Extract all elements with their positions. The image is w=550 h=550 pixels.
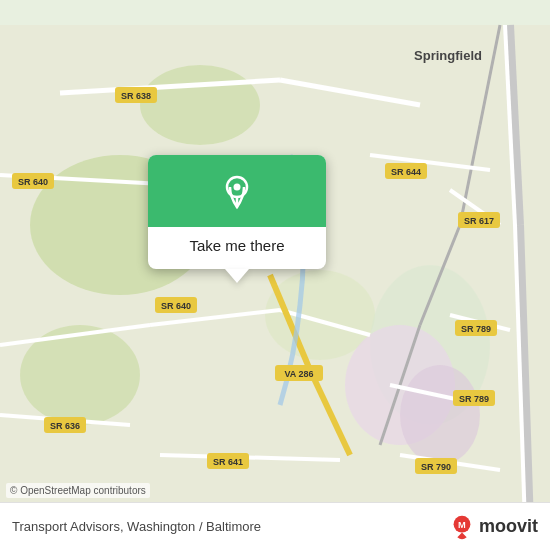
popup-body[interactable]: Take me there (148, 227, 326, 269)
popup-card[interactable]: Take me there (148, 155, 326, 269)
popup-pointer (225, 269, 249, 283)
map-container: SR 638 SR 640 SR 640 SR 644 SR 617 SR 63… (0, 0, 550, 550)
svg-text:SR 640: SR 640 (161, 301, 191, 311)
popup-header (148, 155, 326, 227)
svg-text:SR 638: SR 638 (121, 91, 151, 101)
svg-text:Springfield: Springfield (414, 48, 482, 63)
map-svg: SR 638 SR 640 SR 640 SR 644 SR 617 SR 63… (0, 0, 550, 550)
moovit-logo: M moovit (448, 513, 538, 541)
attribution: © OpenStreetMap contributors (6, 483, 150, 498)
transport-advisors-label: Transport Advisors, Washington / Baltimo… (12, 519, 261, 534)
attribution-text: © OpenStreetMap contributors (10, 485, 146, 496)
location-pin-icon (217, 171, 257, 211)
svg-text:VA 286: VA 286 (284, 369, 313, 379)
svg-text:SR 789: SR 789 (459, 394, 489, 404)
bottom-bar: Transport Advisors, Washington / Baltimo… (0, 502, 550, 550)
moovit-text: moovit (479, 516, 538, 537)
svg-point-7 (400, 365, 480, 465)
svg-point-57 (234, 184, 241, 191)
svg-text:SR 641: SR 641 (213, 457, 243, 467)
svg-text:SR 789: SR 789 (461, 324, 491, 334)
moovit-logo-icon: M (448, 513, 476, 541)
svg-text:SR 617: SR 617 (464, 216, 494, 226)
svg-text:SR 790: SR 790 (421, 462, 451, 472)
bottom-bar-text: Transport Advisors, Washington / Baltimo… (12, 519, 261, 534)
take-me-there-label[interactable]: Take me there (189, 237, 284, 254)
svg-text:SR 636: SR 636 (50, 421, 80, 431)
svg-text:M: M (458, 519, 466, 529)
svg-point-2 (140, 65, 260, 145)
svg-text:SR 644: SR 644 (391, 167, 421, 177)
svg-text:SR 640: SR 640 (18, 177, 48, 187)
